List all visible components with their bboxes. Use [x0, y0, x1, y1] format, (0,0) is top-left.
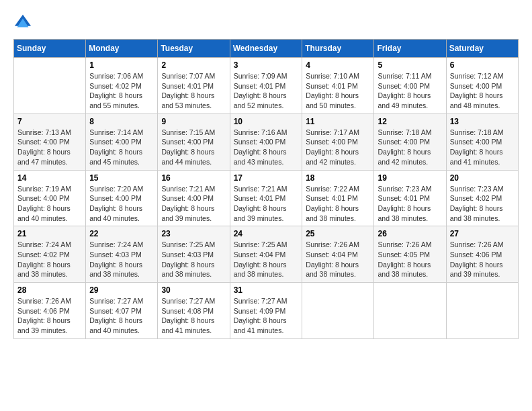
calendar-cell: 22Sunrise: 7:24 AMSunset: 4:03 PMDayligh… — [86, 226, 158, 283]
day-info: Sunrise: 7:13 AMSunset: 4:00 PMDaylight:… — [17, 128, 82, 167]
page-header — [13, 13, 519, 32]
calendar-cell — [374, 283, 446, 339]
day-info: Sunrise: 7:27 AMSunset: 4:08 PMDaylight:… — [161, 296, 226, 336]
day-info: Sunrise: 7:18 AMSunset: 4:00 PMDaylight:… — [450, 128, 515, 167]
day-info: Sunrise: 7:26 AMSunset: 4:05 PMDaylight:… — [378, 240, 442, 279]
day-number: 23 — [161, 229, 226, 238]
calendar-cell: 9Sunrise: 7:15 AMSunset: 4:00 PMDaylight… — [158, 113, 230, 170]
day-number: 1 — [89, 60, 154, 70]
day-info: Sunrise: 7:18 AMSunset: 4:00 PMDaylight:… — [378, 128, 442, 167]
day-number: 17 — [234, 173, 299, 183]
day-number: 30 — [161, 285, 226, 295]
logo-icon — [13, 13, 32, 32]
day-number: 27 — [450, 229, 515, 238]
calendar-cell — [446, 283, 518, 339]
calendar-week-row: 21Sunrise: 7:24 AMSunset: 4:02 PMDayligh… — [14, 226, 519, 283]
calendar-cell: 30Sunrise: 7:27 AMSunset: 4:08 PMDayligh… — [158, 283, 230, 339]
day-number: 16 — [161, 173, 226, 183]
day-number: 22 — [89, 229, 154, 238]
calendar-cell: 25Sunrise: 7:26 AMSunset: 4:04 PMDayligh… — [302, 226, 374, 283]
logo — [13, 13, 35, 32]
day-info: Sunrise: 7:22 AMSunset: 4:01 PMDaylight:… — [306, 184, 370, 224]
weekday-header-sunday: Sunday — [14, 40, 86, 58]
calendar-cell: 21Sunrise: 7:24 AMSunset: 4:02 PMDayligh… — [14, 226, 86, 283]
day-info: Sunrise: 7:14 AMSunset: 4:00 PMDaylight:… — [89, 128, 154, 167]
day-number: 5 — [378, 60, 442, 70]
day-info: Sunrise: 7:19 AMSunset: 4:00 PMDaylight:… — [17, 184, 82, 224]
day-info: Sunrise: 7:24 AMSunset: 4:03 PMDaylight:… — [89, 240, 154, 279]
weekday-header-tuesday: Tuesday — [158, 40, 230, 58]
calendar-cell: 24Sunrise: 7:25 AMSunset: 4:04 PMDayligh… — [230, 226, 302, 283]
day-number: 9 — [161, 117, 226, 126]
day-info: Sunrise: 7:09 AMSunset: 4:01 PMDaylight:… — [234, 71, 299, 111]
calendar-cell: 26Sunrise: 7:26 AMSunset: 4:05 PMDayligh… — [374, 226, 446, 283]
day-number: 10 — [234, 117, 299, 126]
calendar-cell: 12Sunrise: 7:18 AMSunset: 4:00 PMDayligh… — [374, 113, 446, 170]
day-info: Sunrise: 7:25 AMSunset: 4:04 PMDaylight:… — [234, 240, 299, 279]
weekday-header-thursday: Thursday — [302, 40, 374, 58]
calendar-cell: 1Sunrise: 7:06 AMSunset: 4:02 PMDaylight… — [86, 58, 158, 114]
calendar-cell: 15Sunrise: 7:20 AMSunset: 4:00 PMDayligh… — [86, 170, 158, 226]
calendar-cell: 31Sunrise: 7:27 AMSunset: 4:09 PMDayligh… — [230, 283, 302, 339]
calendar-cell: 16Sunrise: 7:21 AMSunset: 4:00 PMDayligh… — [158, 170, 230, 226]
calendar-cell: 27Sunrise: 7:26 AMSunset: 4:06 PMDayligh… — [446, 226, 518, 283]
calendar-cell: 13Sunrise: 7:18 AMSunset: 4:00 PMDayligh… — [446, 113, 518, 170]
day-info: Sunrise: 7:23 AMSunset: 4:02 PMDaylight:… — [450, 184, 515, 224]
calendar-cell: 6Sunrise: 7:12 AMSunset: 4:00 PMDaylight… — [446, 58, 518, 114]
day-info: Sunrise: 7:07 AMSunset: 4:01 PMDaylight:… — [161, 71, 226, 111]
weekday-header-monday: Monday — [86, 40, 158, 58]
day-number: 24 — [234, 229, 299, 238]
day-number: 7 — [17, 117, 82, 126]
day-info: Sunrise: 7:25 AMSunset: 4:03 PMDaylight:… — [161, 240, 226, 279]
day-number: 3 — [234, 60, 299, 70]
day-number: 4 — [306, 60, 370, 70]
day-info: Sunrise: 7:26 AMSunset: 4:04 PMDaylight:… — [306, 240, 370, 279]
calendar-cell: 5Sunrise: 7:11 AMSunset: 4:00 PMDaylight… — [374, 58, 446, 114]
calendar-cell: 2Sunrise: 7:07 AMSunset: 4:01 PMDaylight… — [158, 58, 230, 114]
calendar-cell: 28Sunrise: 7:26 AMSunset: 4:06 PMDayligh… — [14, 283, 86, 339]
day-number: 26 — [378, 229, 442, 238]
day-info: Sunrise: 7:06 AMSunset: 4:02 PMDaylight:… — [89, 71, 154, 111]
day-number: 15 — [89, 173, 154, 183]
calendar-cell: 11Sunrise: 7:17 AMSunset: 4:00 PMDayligh… — [302, 113, 374, 170]
day-info: Sunrise: 7:17 AMSunset: 4:00 PMDaylight:… — [306, 128, 370, 167]
day-number: 8 — [89, 117, 154, 126]
calendar-cell: 18Sunrise: 7:22 AMSunset: 4:01 PMDayligh… — [302, 170, 374, 226]
day-number: 29 — [89, 285, 154, 295]
weekday-header-wednesday: Wednesday — [230, 40, 302, 58]
day-info: Sunrise: 7:10 AMSunset: 4:01 PMDaylight:… — [306, 71, 370, 111]
calendar-cell: 19Sunrise: 7:23 AMSunset: 4:01 PMDayligh… — [374, 170, 446, 226]
day-info: Sunrise: 7:27 AMSunset: 4:07 PMDaylight:… — [89, 296, 154, 336]
weekday-header-friday: Friday — [374, 40, 446, 58]
calendar-table: SundayMondayTuesdayWednesdayThursdayFrid… — [13, 39, 519, 339]
day-number: 13 — [450, 117, 515, 126]
day-number: 28 — [17, 285, 82, 295]
day-number: 25 — [306, 229, 370, 238]
day-info: Sunrise: 7:26 AMSunset: 4:06 PMDaylight:… — [17, 296, 82, 336]
calendar-cell — [302, 283, 374, 339]
calendar-week-row: 14Sunrise: 7:19 AMSunset: 4:00 PMDayligh… — [14, 170, 519, 226]
calendar-cell: 17Sunrise: 7:21 AMSunset: 4:01 PMDayligh… — [230, 170, 302, 226]
calendar-week-row: 28Sunrise: 7:26 AMSunset: 4:06 PMDayligh… — [14, 283, 519, 339]
day-number: 2 — [161, 60, 226, 70]
day-number: 12 — [378, 117, 442, 126]
day-number: 18 — [306, 173, 370, 183]
day-info: Sunrise: 7:20 AMSunset: 4:00 PMDaylight:… — [89, 184, 154, 224]
day-info: Sunrise: 7:12 AMSunset: 4:00 PMDaylight:… — [450, 71, 515, 111]
day-info: Sunrise: 7:16 AMSunset: 4:00 PMDaylight:… — [234, 128, 299, 167]
day-number: 6 — [450, 60, 515, 70]
calendar-week-row: 1Sunrise: 7:06 AMSunset: 4:02 PMDaylight… — [14, 58, 519, 114]
calendar-cell: 7Sunrise: 7:13 AMSunset: 4:00 PMDaylight… — [14, 113, 86, 170]
day-info: Sunrise: 7:11 AMSunset: 4:00 PMDaylight:… — [378, 71, 442, 111]
calendar-cell — [14, 58, 86, 114]
calendar-cell: 10Sunrise: 7:16 AMSunset: 4:00 PMDayligh… — [230, 113, 302, 170]
day-number: 19 — [378, 173, 442, 183]
calendar-cell: 8Sunrise: 7:14 AMSunset: 4:00 PMDaylight… — [86, 113, 158, 170]
calendar-cell: 14Sunrise: 7:19 AMSunset: 4:00 PMDayligh… — [14, 170, 86, 226]
calendar-header-row: SundayMondayTuesdayWednesdayThursdayFrid… — [14, 40, 519, 58]
day-info: Sunrise: 7:24 AMSunset: 4:02 PMDaylight:… — [17, 240, 82, 279]
weekday-header-saturday: Saturday — [446, 40, 518, 58]
day-number: 14 — [17, 173, 82, 183]
day-info: Sunrise: 7:21 AMSunset: 4:01 PMDaylight:… — [234, 184, 299, 224]
calendar-cell: 20Sunrise: 7:23 AMSunset: 4:02 PMDayligh… — [446, 170, 518, 226]
